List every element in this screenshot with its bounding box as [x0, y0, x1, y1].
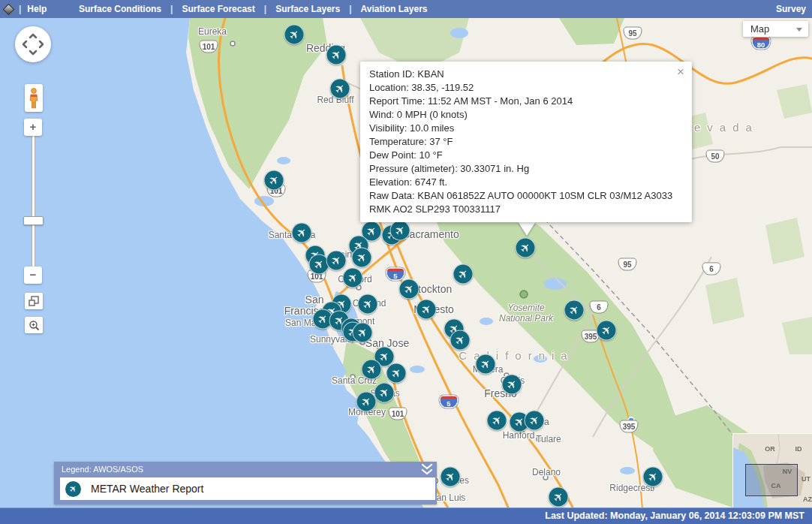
top-nav: | Help Surface Conditions | Surface Fore…: [0, 0, 812, 18]
nav-divider: |: [340, 4, 360, 14]
zoom-slider-handle[interactable]: [23, 216, 44, 225]
zoom-slider-track[interactable]: [32, 135, 35, 267]
metar-station-marker[interactable]: ✈: [358, 294, 378, 315]
metar-station-marker[interactable]: ✈: [386, 363, 407, 384]
metar-station-marker[interactable]: ✈: [353, 323, 373, 343]
pan-arrows-icon: [15, 26, 51, 62]
infowindow-line: Dew Point: 10 °F: [369, 149, 681, 162]
infowindow-line: Wind: 0 MPH (0 knots): [369, 108, 681, 122]
infowindow-line: Temperature: 37 °F: [369, 135, 681, 149]
nav-item-link[interactable]: Surface Layers: [275, 4, 340, 14]
pegman-icon: [29, 88, 39, 109]
infowindow-line: Pressure (altimeter): 30.33071 in. Hg: [369, 162, 681, 176]
infowindow-content: Station ID: KBANLocation: 38.35, -119.52…: [369, 68, 681, 216]
metar-station-marker[interactable]: ✈: [264, 170, 284, 191]
station-infowindow: × Station ID: KBANLocation: 38.35, -119.…: [360, 62, 692, 222]
inset-state-label: ID: [795, 445, 802, 453]
infowindow-line: Report Time: 11:52 AM MST - Mon, Jan 6 2…: [369, 95, 681, 108]
metar-station-marker[interactable]: ✈: [352, 248, 372, 268]
metar-station-marker[interactable]: ✈: [597, 321, 617, 341]
nav-menu: Surface Conditions | Surface Forecast | …: [79, 0, 445, 18]
airplane-icon: ✈: [62, 477, 84, 499]
status-bar: Last Updated: Monday, January 06, 2014 1…: [0, 507, 812, 524]
map-pan-control[interactable]: [15, 26, 51, 62]
nav-item-link[interactable]: Surface Conditions: [79, 4, 161, 14]
map-type-label: Map: [750, 23, 769, 35]
metar-station-marker[interactable]: ✈: [399, 279, 420, 300]
nav-help[interactable]: Help: [27, 4, 47, 14]
park-tree-icon: [520, 291, 528, 298]
metar-station-marker[interactable]: ✈: [525, 411, 545, 431]
inset-state-label: AZ: [803, 495, 812, 503]
last-updated-text: Last Updated: Monday, January 06, 2014 1…: [545, 510, 804, 521]
metar-station-marker[interactable]: ✈: [343, 268, 363, 288]
metar-station-marker[interactable]: ✈: [284, 25, 305, 45]
weather-map-app: EurekaReddingRed BluffSanta RosaSacramen…: [0, 0, 812, 524]
metar-station-marker[interactable]: ✈: [326, 45, 347, 65]
infowindow-line: Elevation: 6747 ft.: [369, 176, 681, 189]
chevron-down-icon: [796, 28, 802, 32]
nav-item: Surface Conditions |: [79, 4, 182, 14]
inset-state-label: OR: [765, 445, 775, 453]
overview-inset-map[interactable]: ORIDNVUTCAAZ: [732, 433, 812, 507]
metar-station-marker[interactable]: ✈: [292, 223, 312, 243]
infowindow-line: Location: 38.35, -119.52: [369, 81, 681, 95]
metar-station-marker[interactable]: ✈: [453, 264, 474, 285]
nav-divider: |: [19, 4, 21, 14]
zoom-in-button[interactable]: +: [24, 119, 42, 136]
metar-station-marker[interactable]: ✈: [417, 300, 437, 320]
magnifier-icon: [29, 320, 40, 331]
nav-divider: |: [161, 4, 182, 14]
metar-station-marker[interactable]: ✈: [356, 392, 377, 412]
metar-station-marker[interactable]: ✈: [564, 300, 585, 321]
zoom-to-area-button[interactable]: [25, 317, 43, 333]
legend-item: ✈ METAR Weather Report: [60, 477, 435, 500]
legend-title: Legend: AWOS/ASOS: [62, 465, 143, 474]
metar-station-marker[interactable]: ✈: [476, 354, 496, 375]
inset-viewport-rect[interactable]: [745, 464, 798, 496]
metar-station-marker[interactable]: ✈: [487, 411, 507, 431]
nav-divider: |: [255, 4, 275, 14]
double-chevron-down-icon: [420, 463, 434, 476]
zoom-out-button[interactable]: −: [24, 267, 42, 284]
poi-blue-dot: [628, 417, 634, 423]
yosemite-park-label: Yosemite National Park: [499, 303, 553, 324]
legend-header: Legend: AWOS/ASOS: [54, 462, 437, 477]
infowindow-line: Station ID: KBAN: [369, 68, 681, 81]
overview-map-toggle-button[interactable]: [25, 293, 43, 309]
map-type-dropdown[interactable]: Map: [743, 21, 808, 37]
metar-legend-icon: ✈: [65, 481, 81, 497]
legend-item-label: METAR Weather Report: [91, 483, 203, 495]
street-view-pegman[interactable]: [25, 84, 43, 112]
overlapping-squares-icon: [29, 296, 39, 306]
nav-survey[interactable]: Survey: [776, 0, 806, 18]
metar-station-marker[interactable]: ✈: [549, 487, 569, 507]
metar-station-marker[interactable]: ✈: [516, 238, 536, 258]
inset-state-label: UT: [801, 475, 810, 483]
infowindow-line: Visibility: 10.0 miles: [369, 122, 681, 135]
legend-panel: Legend: AWOS/ASOS ✈ METAR Weather Report: [54, 462, 437, 504]
metar-station-marker[interactable]: ✈: [450, 330, 471, 351]
app-logo-icon[interactable]: [3, 3, 15, 15]
metar-station-marker[interactable]: ✈: [643, 467, 663, 487]
nav-item-link[interactable]: Aviation Layers: [361, 4, 428, 14]
metar-station-marker[interactable]: ✈: [390, 221, 411, 241]
metar-station-marker[interactable]: ✈: [441, 467, 461, 487]
metar-station-marker[interactable]: ✈: [362, 360, 382, 380]
nav-item: Aviation Layers: [361, 4, 446, 14]
metar-station-marker[interactable]: ✈: [326, 251, 347, 271]
infowindow-tail: [518, 221, 536, 236]
nav-left-group: | Help: [5, 0, 47, 18]
nav-item: Surface Forecast |: [182, 4, 275, 14]
nav-item: Surface Layers |: [275, 4, 360, 14]
metar-station-marker[interactable]: ✈: [502, 375, 522, 395]
infowindow-line: Raw Data: KBAN 061852Z AUTO 00000KT 10SM…: [369, 189, 681, 216]
nav-item-link[interactable]: Surface Forecast: [182, 4, 254, 14]
metar-station-marker[interactable]: ✈: [330, 79, 350, 99]
close-icon[interactable]: ×: [677, 65, 684, 78]
